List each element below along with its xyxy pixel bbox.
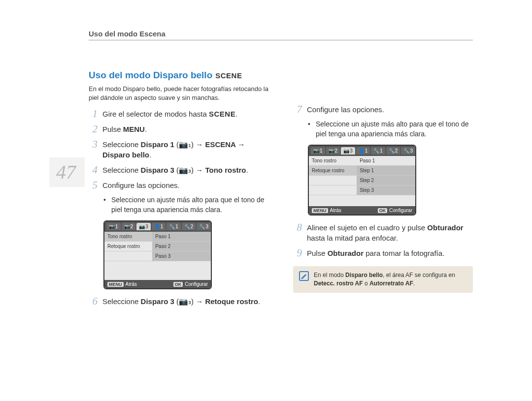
- lcd-body: Tono rostro Paso 1 Retoque rostro Paso 2…: [104, 232, 211, 280]
- step-body: Seleccione Disparo 1 (📷₁) → ESCENA → Dis…: [102, 139, 268, 160]
- lcd-tab-active: 📷3: [136, 223, 151, 230]
- step-number: 9: [293, 248, 302, 258]
- step-body: Gire el selector de modos hasta SCENE.: [102, 109, 268, 119]
- bullet-dot-icon: •: [103, 195, 107, 215]
- lcd-row: Tono rostro Paso 1: [309, 156, 415, 166]
- lcd-tab: 🔧3: [401, 147, 415, 154]
- lcd-blank-area: [104, 261, 211, 280]
- step-body: Pulse Obturador para tomar la fotografía…: [307, 248, 473, 258]
- step-5: 5 Configure las opciones.: [89, 180, 268, 190]
- step-3: 3 Seleccione Disparo 1 (📷₁) → ESCENA → D…: [89, 139, 268, 160]
- lcd-blank-area: [309, 195, 415, 206]
- bullet-dot-icon: •: [308, 120, 312, 139]
- step-number: 3: [89, 139, 98, 150]
- camera-icon: 📷: [124, 224, 130, 229]
- wrench-icon: 🔧: [373, 148, 379, 154]
- lcd-tab: 📷2: [122, 223, 136, 230]
- wrench-icon: 🔧: [199, 224, 205, 229]
- step-8: 8 Alinee el sujeto en el cuadro y pulse …: [293, 222, 473, 243]
- lcd-back-button: MENUAtrás: [312, 208, 341, 213]
- step-number: 4: [89, 165, 98, 175]
- lcd-footer: MENUAtrás OKConfigurar: [309, 206, 415, 215]
- lcd-tab: 🔧3: [197, 223, 211, 230]
- wrench-icon: 🔧: [169, 224, 175, 229]
- camera-menu-screenshot-2: 📷1 📷2 📷3 👤1 🔧1 🔧2 🔧3 Tono rostro Paso 1 …: [308, 145, 416, 216]
- step-body: Configure las opciones.: [307, 104, 473, 115]
- lcd-tab: 👤1: [356, 147, 370, 154]
- lcd-tab: 👤1: [152, 223, 166, 230]
- step-body: Seleccione Disparo 3 (📷₃) → Retoque rost…: [102, 296, 268, 307]
- bullet-item: • Seleccione un ajuste más alto para que…: [308, 120, 473, 139]
- scene-inline-badge: SCENE: [209, 110, 235, 118]
- wrench-icon: 🔧: [389, 148, 395, 154]
- step-2: 2 Pulse MENU.: [89, 124, 268, 134]
- breadcrumb: Uso del modo Escena: [89, 30, 473, 40]
- step-body: Pulse MENU.: [102, 124, 268, 134]
- lcd-tab-active: 📷3: [341, 147, 355, 154]
- camera-icon: 📷: [109, 224, 115, 229]
- person-icon: 👤: [359, 148, 365, 154]
- bullet-item: • Seleccione un ajuste más alto para que…: [103, 195, 268, 215]
- page-number: 47: [49, 157, 85, 187]
- step-number: 5: [89, 180, 98, 190]
- note-text: En el modo Disparo bello, el área AF se …: [314, 271, 467, 288]
- lcd-tab: 🔧2: [182, 223, 196, 230]
- lcd-tab-bar: 📷1 📷2 📷3 👤1 🔧1 🔧2 🔧3: [104, 221, 211, 232]
- section-title: Uso del modo Disparo bello SCENE: [89, 70, 268, 81]
- scene-badge: SCENE: [215, 71, 242, 80]
- left-column: Uso del modo Disparo bello SCENE En el m…: [89, 70, 268, 311]
- step-number: 2: [89, 124, 98, 134]
- lcd-row: Step 3: [309, 185, 415, 195]
- lcd-back-button: MENUAtrás: [107, 281, 137, 287]
- note-callout: En el modo Disparo bello, el área AF se …: [293, 266, 473, 293]
- camera-1-icon: 📷₁: [179, 139, 191, 150]
- lcd-row-selected: Tono rostro Paso 1: [104, 232, 211, 242]
- lcd-tab: 📷1: [106, 223, 121, 230]
- camera-3-icon: 📷₃: [179, 296, 191, 307]
- step-body: Alinee el sujeto en el cuadro y pulse Ob…: [307, 222, 473, 243]
- lcd-row-selected: Retoque rostro Step 1: [309, 166, 415, 176]
- step-7: 7 Configure las opciones.: [293, 104, 473, 115]
- lcd-tab: 🔧2: [386, 147, 400, 154]
- title-text: Uso del modo Disparo bello: [89, 70, 212, 81]
- step-6: 6 Seleccione Disparo 3 (📷₃) → Retoque ro…: [89, 296, 268, 307]
- lcd-tab: 📷1: [311, 147, 325, 154]
- lcd-tab: 🔧1: [371, 147, 385, 154]
- lcd-row: Retoque rostro Paso 2: [104, 242, 211, 251]
- lcd-tab: 🔧1: [166, 223, 181, 230]
- wrench-icon: 🔧: [184, 224, 190, 229]
- lcd-row: Step 2: [309, 176, 415, 185]
- step-9: 9 Pulse Obturador para tomar la fotograf…: [293, 248, 473, 258]
- camera-icon: 📷: [313, 148, 319, 154]
- lcd-tab-bar: 📷1 📷2 📷3 👤1 🔧1 🔧2 🔧3: [309, 146, 415, 156]
- right-column: 7 Configure las opciones. • Seleccione u…: [293, 70, 473, 311]
- person-icon: 👤: [154, 224, 160, 229]
- step-number: 1: [89, 109, 98, 119]
- step-number: 7: [293, 104, 302, 115]
- lcd-tab: 📷2: [326, 147, 340, 154]
- wrench-icon: 🔧: [403, 148, 409, 154]
- camera-icon: 📷: [343, 148, 349, 154]
- camera-3-icon: 📷₃: [179, 165, 191, 175]
- camera-icon: 📷: [139, 224, 145, 229]
- camera-menu-screenshot-1: 📷1 📷2 📷3 👤1 🔧1 🔧2 🔧3 Tono rostro Paso 1 …: [103, 220, 212, 289]
- step-5-bullets: • Seleccione un ajuste más alto para que…: [103, 195, 268, 215]
- lcd-ok-button: OKConfigurar: [378, 208, 412, 213]
- step-body: Configure las opciones.: [102, 180, 268, 190]
- info-pencil-icon: [299, 271, 309, 281]
- step-number: 6: [89, 296, 98, 307]
- lcd-body: Tono rostro Paso 1 Retoque rostro Step 1…: [309, 156, 415, 206]
- step-body: Seleccione Disparo 3 (📷₃) → Tono rostro.: [102, 165, 268, 175]
- lcd-row: Paso 3: [104, 251, 211, 261]
- lcd-footer: MENUAtrás OKConfigurar: [104, 280, 211, 288]
- camera-icon: 📷: [329, 148, 334, 154]
- intro-paragraph: En el modo Disparo bello, puede hacer fo…: [89, 85, 268, 102]
- step-number: 8: [293, 222, 302, 233]
- step-1: 1 Gire el selector de modos hasta SCENE.: [89, 109, 268, 119]
- step-4: 4 Seleccione Disparo 3 (📷₃) → Tono rostr…: [89, 165, 268, 175]
- lcd-ok-button: OKConfigurar: [173, 281, 208, 287]
- step-7-bullets: • Seleccione un ajuste más alto para que…: [308, 120, 473, 139]
